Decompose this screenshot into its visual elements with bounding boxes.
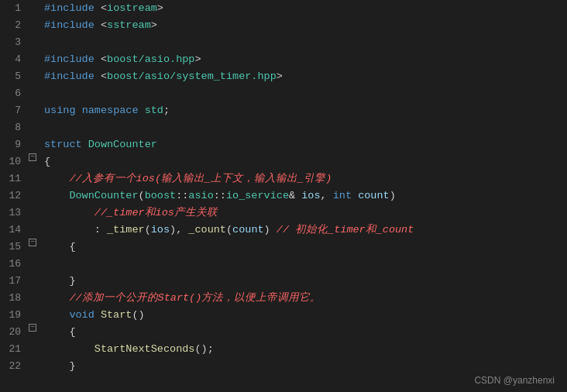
code-line-13: 13 //_timer和ios产生关联 <box>0 205 567 222</box>
code-line-19: 19 void Start() <box>0 307 567 324</box>
code-line-4: 4 #include <boost/asio.hpp> <box>0 51 567 68</box>
code-line-11: 11 //入参有一个ios(输入输出_上下文，输入输出_引擎) <box>0 170 567 187</box>
line-num-19: 19 <box>0 307 27 324</box>
fold-gutter-15[interactable]: − <box>27 239 38 246</box>
line-num-10: 10 <box>0 153 27 170</box>
code-line-12: 12 DownCounter(boost::asio::io_service& … <box>0 187 567 205</box>
line-content-21: StartNextSeconds(); <box>38 341 567 358</box>
line-num-14: 14 <box>0 222 27 239</box>
line-num-22: 22 <box>0 358 27 375</box>
fold-icon-15[interactable]: − <box>29 239 36 246</box>
line-content-18: //添加一个公开的Start()方法，以便上帝调用它。 <box>38 290 567 307</box>
code-line-20: 20 − { <box>0 324 567 341</box>
line-num-3: 3 <box>0 34 27 51</box>
line-content-14: : _timer(ios), _count(count) // 初始化_time… <box>38 222 567 239</box>
line-content-6 <box>38 85 567 102</box>
line-content-8 <box>38 119 567 136</box>
line-num-12: 12 <box>0 187 27 205</box>
code-line-17: 17 } <box>0 273 567 290</box>
line-num-20: 20 <box>0 324 27 341</box>
code-line-16: 16 <box>0 256 567 273</box>
line-num-17: 17 <box>0 273 27 290</box>
code-line-9: 9 struct DownCounter <box>0 136 567 153</box>
code-line-10: 10 − { <box>0 153 567 170</box>
line-content-2: #include <sstream> <box>38 17 567 34</box>
code-line-6: 6 <box>0 85 567 102</box>
fold-gutter-20[interactable]: − <box>27 324 38 332</box>
line-content-19: void Start() <box>38 307 567 324</box>
line-content-1: #include <iostream> <box>38 0 567 17</box>
code-line-14: 14 : _timer(ios), _count(count) // 初始化_t… <box>0 222 567 239</box>
line-content-10: { <box>38 153 567 170</box>
code-line-21: 21 StartNextSeconds(); <box>0 341 567 358</box>
fold-icon-20[interactable]: − <box>29 324 36 332</box>
code-line-5: 5 #include <boost/asio/system_timer.hpp> <box>0 68 567 85</box>
line-content-5: #include <boost/asio/system_timer.hpp> <box>38 68 567 85</box>
fold-icon-10[interactable]: − <box>29 153 36 161</box>
line-num-8: 8 <box>0 119 27 136</box>
watermark: CSDN @yanzhenxi <box>474 375 555 386</box>
code-line-8: 8 <box>0 119 567 136</box>
line-content-22: } <box>38 358 567 375</box>
line-num-2: 2 <box>0 17 27 34</box>
line-content-4: #include <boost/asio.hpp> <box>38 51 567 68</box>
line-content-7: using namespace std; <box>38 102 567 119</box>
line-num-13: 13 <box>0 205 27 222</box>
line-content-15: { <box>38 239 567 256</box>
line-content-11: //入参有一个ios(输入输出_上下文，输入输出_引擎) <box>38 170 567 187</box>
code-line-3: 3 <box>0 34 567 51</box>
line-num-7: 7 <box>0 102 27 119</box>
line-num-9: 9 <box>0 136 27 153</box>
line-num-15: 15 <box>0 239 27 256</box>
line-content-3 <box>38 34 567 51</box>
line-num-21: 21 <box>0 341 27 358</box>
code-line-18: 18 //添加一个公开的Start()方法，以便上帝调用它。 <box>0 290 567 307</box>
code-line-15: 15 − { <box>0 239 567 256</box>
code-line-1: 1 #include <iostream> <box>0 0 567 17</box>
line-content-16 <box>38 256 567 273</box>
line-content-12: DownCounter(boost::asio::io_service& ios… <box>38 187 567 205</box>
line-content-9: struct DownCounter <box>38 136 567 153</box>
code-line-22: 22 } <box>0 358 567 375</box>
line-num-16: 16 <box>0 256 27 273</box>
line-num-6: 6 <box>0 85 27 102</box>
line-num-5: 5 <box>0 68 27 85</box>
line-content-20: { <box>38 324 567 341</box>
code-line-2: 2 #include <sstream> <box>0 17 567 34</box>
line-content-13: //_timer和ios产生关联 <box>38 205 567 222</box>
fold-gutter-10[interactable]: − <box>27 153 38 161</box>
line-content-17: } <box>38 273 567 290</box>
code-line-7: 7 using namespace std; <box>0 102 567 119</box>
line-num-1: 1 <box>0 0 27 17</box>
line-num-11: 11 <box>0 170 27 187</box>
code-editor: 1 #include <iostream> 2 #include <sstrea… <box>0 0 567 392</box>
line-num-4: 4 <box>0 51 27 68</box>
line-num-18: 18 <box>0 290 27 307</box>
